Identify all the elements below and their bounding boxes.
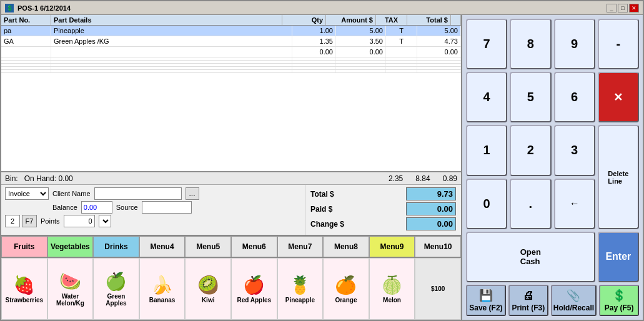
product-orange[interactable]: 🍊 Orange: [323, 258, 369, 320]
hold-icon: 📎: [567, 289, 580, 302]
watermelon-icon: 🍉: [59, 271, 81, 292]
product-100-dollar[interactable]: $100: [415, 258, 461, 320]
menu-tab-4[interactable]: Menu4: [139, 236, 186, 257]
open-cash-button[interactable]: OpenCash: [466, 232, 595, 282]
melon-label: Melon: [383, 297, 401, 304]
product-kiwi[interactable]: 🥝 Kiwi: [185, 258, 231, 320]
product-bananas[interactable]: 🍌 Bananas: [139, 258, 186, 320]
num-5-button[interactable]: 5: [510, 72, 551, 122]
num-7-button[interactable]: 7: [466, 19, 507, 69]
col-header-partno: Part No.: [1, 15, 51, 25]
status-bar: Bin: On Hand: 0.00 2.35 8.84 0.89: [1, 172, 461, 184]
cell-amount: 3.50: [336, 36, 386, 46]
source-input[interactable]: [142, 201, 192, 214]
num-2-button[interactable]: 2: [510, 125, 551, 175]
total-row: Total $ 9.73: [310, 187, 456, 200]
cell-partno: [1, 47, 51, 57]
pay-button[interactable]: 💲 Pay (F5): [599, 285, 639, 316]
pineapple-icon: 🍍: [289, 275, 311, 295]
client-name-input[interactable]: [94, 187, 182, 200]
green-apples-label: Green Apples: [96, 293, 136, 307]
product-melon[interactable]: 🍈 Melon: [369, 258, 415, 320]
totals-summary: 2.35 8.84 0.89: [389, 174, 457, 183]
table-row[interactable]: pa Pineapple 1.00 5.00 T 5.00: [1, 26, 461, 36]
numpad-grid: 7 8 9 - 4 5 6 ✕ 1 2 3 DeleteLine 0 . ← O…: [466, 19, 639, 282]
enter-button[interactable]: Enter: [598, 232, 639, 282]
client-browse-button[interactable]: ...: [186, 187, 199, 200]
balance-label: Balance: [52, 204, 77, 211]
table-row[interactable]: [1, 70, 461, 73]
cell-amount: 0.00: [336, 47, 386, 57]
melon-icon: 🍈: [381, 275, 403, 295]
row-number-input[interactable]: [5, 215, 20, 227]
balance-input[interactable]: [81, 201, 112, 214]
delete-line-button[interactable]: DeleteLine: [598, 125, 639, 229]
backspace-button[interactable]: ←: [554, 179, 595, 229]
print-icon: 🖨: [523, 289, 534, 302]
print-button[interactable]: 🖨 Print (F3): [508, 285, 548, 316]
main-window: 💲 POS-1 6/12/2014 _ □ ✕ Part No. Part De…: [0, 0, 644, 321]
product-strawberries[interactable]: 🍓 Strawberries: [1, 258, 47, 320]
cell-amount: 5.00: [336, 26, 386, 36]
col-header-tax: TAX: [376, 15, 407, 25]
menu-tab-fruits[interactable]: Fruits: [1, 236, 47, 257]
product-green-apples[interactable]: 🍏 Green Apples: [93, 258, 139, 320]
num-0-button[interactable]: 0: [466, 179, 507, 229]
minus-button[interactable]: -: [598, 19, 639, 69]
num-4-button[interactable]: 4: [466, 72, 507, 122]
client-name-label: Client Name: [52, 190, 91, 197]
orange-icon: 🍊: [335, 275, 357, 295]
left-panel: Part No. Part Details Qty Amount $ TAX T…: [1, 15, 462, 320]
menu-tab-drinks[interactable]: Drinks: [93, 236, 139, 257]
menu-tab-6[interactable]: Menu6: [231, 236, 277, 257]
qty-total: 2.35: [389, 174, 403, 183]
close-button[interactable]: ✕: [629, 4, 639, 12]
main-content: Part No. Part Details Qty Amount $ TAX T…: [1, 15, 643, 320]
invoice-type-select[interactable]: Invoice: [5, 187, 49, 200]
amount-total: 8.84: [415, 174, 430, 183]
red-apples-label: Red Apples: [237, 297, 271, 304]
on-hand: On Hand: 0.00: [24, 174, 73, 183]
hold-label: Hold/Recall: [553, 304, 594, 312]
points-select[interactable]: [99, 215, 111, 227]
change-label: Change $: [310, 220, 406, 229]
save-button[interactable]: 💾 Save (F2): [466, 285, 506, 316]
points-label: Points: [41, 217, 60, 225]
menu-tab-7[interactable]: Menu7: [277, 236, 324, 257]
product-watermelon[interactable]: 🍉 Water Melon/Kg: [47, 258, 94, 320]
cell-total: 4.73: [417, 36, 461, 46]
menu-tab-vegetables[interactable]: Vegetables: [47, 236, 94, 257]
pineapple-label: Pineapple: [285, 297, 315, 304]
cell-tax: T: [386, 26, 417, 36]
app-icon: 💲: [5, 4, 14, 12]
hold-recall-button[interactable]: 📎 Hold/Recall: [551, 285, 597, 316]
change-value: 0.00: [406, 217, 456, 230]
cell-partno: GA: [1, 36, 51, 46]
scrollbar-header: [451, 15, 461, 25]
maximize-button[interactable]: □: [618, 4, 628, 12]
dollar-label: $100: [431, 285, 445, 292]
menu-tab-10[interactable]: Menu10: [415, 236, 461, 257]
source-label: Source: [116, 204, 138, 211]
minimize-button[interactable]: _: [607, 4, 617, 12]
menu-tab-9[interactable]: Menu9: [369, 236, 415, 257]
pay-label: Pay (F5): [605, 304, 634, 312]
product-grid: 🍓 Strawberries 🍉 Water Melon/Kg 🍏 Green …: [1, 257, 461, 320]
product-red-apples[interactable]: 🍎 Red Apples: [231, 258, 277, 320]
num-9-button[interactable]: 9: [554, 19, 595, 69]
menu-tab-8[interactable]: Menu8: [323, 236, 369, 257]
table-row[interactable]: 0.00 0.00 0.00: [1, 47, 461, 57]
menu-tab-5[interactable]: Menu5: [185, 236, 231, 257]
num-6-button[interactable]: 6: [554, 72, 595, 122]
decimal-button[interactable]: .: [510, 179, 551, 229]
f7-button[interactable]: F7: [22, 215, 37, 227]
num-3-button[interactable]: 3: [554, 125, 595, 175]
points-input[interactable]: [64, 215, 95, 227]
cell-total: 0.00: [417, 47, 461, 57]
num-1-button[interactable]: 1: [466, 125, 507, 175]
close-button[interactable]: ✕: [598, 72, 639, 122]
table-row[interactable]: GA Green Apples /KG 1.35 3.50 T 4.73: [1, 36, 461, 47]
num-8-button[interactable]: 8: [510, 19, 551, 69]
print-label: Print (F3): [512, 304, 545, 312]
product-pineapple[interactable]: 🍍 Pineapple: [277, 258, 324, 320]
